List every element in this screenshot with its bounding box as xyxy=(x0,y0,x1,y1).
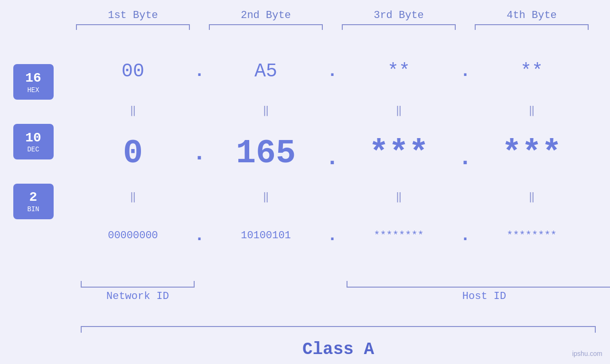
hex-row: 00 . A5 . ** . ** xyxy=(66,55,610,88)
header-row: 1st Byte 2nd Byte 3rd Byte 4th Byte xyxy=(66,9,610,38)
byte-label-3: 3rd Byte xyxy=(374,9,424,21)
bin-col3: ******** xyxy=(332,230,465,242)
class-label: Class A xyxy=(302,340,374,359)
eq-2-col3: ‖ xyxy=(332,190,465,203)
hex-num: 16 xyxy=(25,70,41,86)
byte-bracket-top-3 xyxy=(342,24,456,25)
dec-col3: *** xyxy=(332,135,465,172)
eq-1-col1: ‖ xyxy=(66,104,199,117)
bin-col1: 00000000 xyxy=(66,230,199,242)
bin-num: 2 xyxy=(29,189,38,205)
hex-col3: ** xyxy=(332,61,465,82)
dec-col4: *** xyxy=(465,135,598,172)
hex-label: HEX xyxy=(27,86,39,94)
eq-2-col4: ‖ xyxy=(465,190,598,203)
watermark: ipshu.com xyxy=(572,350,602,357)
bottom-section: Network ID Host ID xyxy=(66,269,610,326)
bin-col2: 10100101 xyxy=(199,230,332,242)
eq-row-2: ‖ ‖ ‖ ‖ xyxy=(66,190,610,204)
network-bracket-line xyxy=(81,287,195,288)
dec-num: 10 xyxy=(25,130,41,146)
byte-col-3-header: 3rd Byte xyxy=(332,9,465,25)
hex-col4: ** xyxy=(465,61,598,82)
byte-col-2-header: 2nd Byte xyxy=(199,9,332,25)
bin-row: 00000000 . 10100101 . ******** . *******… xyxy=(66,219,610,252)
bin-label: BIN xyxy=(27,205,39,213)
network-id-label: Network ID xyxy=(81,290,195,302)
eq-1-col2: ‖ xyxy=(199,104,332,117)
dec-col2: 165 xyxy=(199,135,332,172)
bin-col4: ******** xyxy=(465,230,598,242)
base-labels-column: 16 HEX 10 DEC 2 BIN xyxy=(0,38,66,269)
byte-label-1: 1st Byte xyxy=(108,9,158,21)
hex-col2: A5 xyxy=(199,61,332,82)
main-container: 1st Byte 2nd Byte 3rd Byte 4th Byte 16 H… xyxy=(0,0,610,364)
byte-label-2: 2nd Byte xyxy=(241,9,291,21)
hex-badge: 16 HEX xyxy=(13,64,54,100)
eq-2-col1: ‖ xyxy=(66,190,199,203)
host-id-bracket: Host ID xyxy=(347,287,610,302)
byte-col-1-header: 1st Byte xyxy=(66,9,199,25)
byte-label-4: 4th Byte xyxy=(507,9,557,21)
host-id-label: Host ID xyxy=(347,290,610,302)
byte-bracket-top-4 xyxy=(475,24,589,25)
byte-col-4-header: 4th Byte xyxy=(465,9,598,25)
content-area: 16 HEX 10 DEC 2 BIN 00 . A5 . ** . ** xyxy=(0,38,610,269)
dec-badge: 10 DEC xyxy=(13,124,54,159)
class-section: Class A xyxy=(66,326,610,364)
hex-col1: 00 xyxy=(66,61,199,82)
network-id-bracket: Network ID xyxy=(81,287,195,302)
eq-2-col2: ‖ xyxy=(199,190,332,203)
eq-row-1: ‖ ‖ ‖ ‖ xyxy=(66,103,610,117)
dec-row: 0 . 165 . *** . *** xyxy=(66,132,610,175)
byte-bracket-top-1 xyxy=(76,24,190,25)
data-rows: 00 . A5 . ** . ** ‖ ‖ ‖ ‖ 0 . xyxy=(66,38,610,269)
dec-col1: 0 xyxy=(66,135,199,172)
bin-badge: 2 BIN xyxy=(13,184,54,219)
eq-1-col3: ‖ xyxy=(332,104,465,117)
host-bracket-line xyxy=(347,287,610,288)
overall-bracket-line xyxy=(81,326,596,327)
byte-bracket-top-2 xyxy=(209,24,323,25)
dec-label: DEC xyxy=(27,146,39,153)
eq-1-col4: ‖ xyxy=(465,104,598,117)
